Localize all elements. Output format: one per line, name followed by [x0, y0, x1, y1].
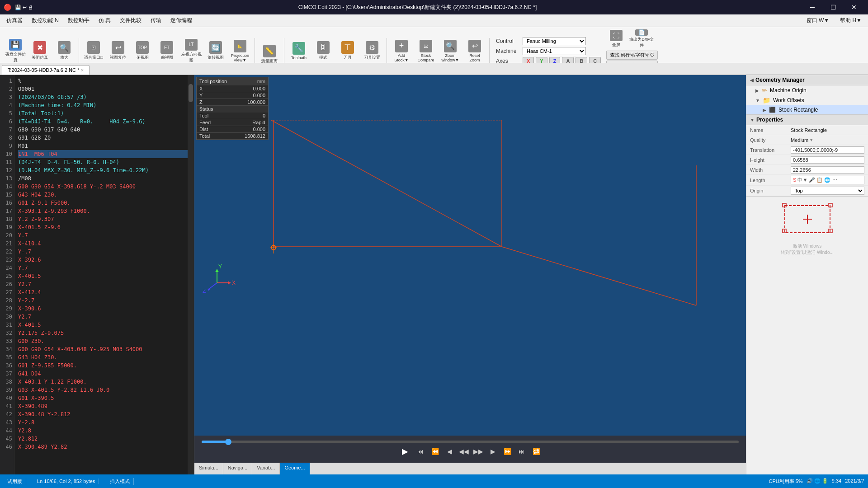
left-view-button[interactable]: LT 左视方向视图	[179, 38, 203, 64]
geometry-panel-title: Geometry Manager	[755, 77, 805, 83]
control-section: Control Fanuc Milling Machine Haas CM-1 …	[496, 37, 601, 63]
scroll-bar[interactable]	[188, 75, 194, 474]
top-view-button[interactable]: TOP 俯视图	[131, 38, 154, 64]
axis-z-button[interactable]: Z	[549, 57, 561, 63]
svg-line-0	[271, 120, 502, 247]
menu-nc-assistant[interactable]: 数控助手	[63, 15, 94, 26]
menu-window[interactable]: 窗口 W▼	[802, 15, 834, 26]
viewport[interactable]: X Y Z ▶ ⏮	[194, 75, 746, 463]
progress-container[interactable]	[202, 441, 739, 443]
app-icon: 🔴	[4, 4, 11, 11]
step-forward-slow-button[interactable]: ▶▶	[473, 446, 484, 457]
fullscreen-button[interactable]: ⛶ 全屏	[606, 29, 626, 49]
progress-thumb[interactable]	[225, 439, 231, 445]
line-number: 39	[2, 386, 12, 394]
export-dxf-button[interactable]: 📄 输出为DXF文件	[628, 29, 655, 49]
step-forward-button[interactable]: ▶	[487, 446, 498, 457]
file-tab[interactable]: T:2024-03-05-HDDJ-7a.6.2.NC * ×	[2, 65, 90, 75]
zoom-button[interactable]: 🔍 放大	[52, 38, 76, 64]
progress-bar[interactable]	[202, 441, 739, 443]
tool-panel-unit: mm	[257, 79, 265, 84]
prop-translation-value[interactable]: -401.5000;0.0000;-9	[791, 146, 864, 154]
mode-button[interactable]: 🎛 模式	[311, 38, 335, 64]
code-line: Y2.7	[18, 313, 190, 321]
tab-simula[interactable]: Simula...	[194, 463, 223, 474]
prop-width-label: Width	[750, 167, 791, 173]
menu-simulator[interactable]: 仿真器	[2, 15, 27, 26]
maximize-button[interactable]: ☐	[823, 0, 844, 14]
tree-item-machine-origin[interactable]: ▶ ✏ Machine Origin	[746, 85, 868, 95]
projection-button[interactable]: 📐 Projection View▼	[228, 38, 252, 64]
axis-b-button[interactable]: B	[576, 57, 587, 63]
line-numbers: 1234567891011121314151617181920212223242…	[0, 75, 14, 474]
disk-sim-button[interactable]: 💾 磁盘文件仿真	[4, 38, 27, 64]
expand-machine-origin: ▶	[755, 88, 759, 93]
code-line: Y.2 Z-9.307	[18, 215, 190, 223]
menu-simulation[interactable]: 仿 真	[94, 15, 115, 26]
skip-start-button[interactable]: ⏮	[415, 446, 426, 457]
axis-a-button[interactable]: A	[562, 57, 574, 63]
properties-panel-title: Properties	[756, 117, 783, 123]
main-layout: 1234567891011121314151617181920212223242…	[0, 75, 868, 474]
tree-item-stock-rectangle[interactable]: ▶ ⬛ Stock Rectangle	[746, 105, 868, 114]
axis-y-button[interactable]: Y	[536, 57, 547, 63]
measure-button[interactable]: 📏 测量距离	[258, 41, 281, 63]
machine-row: Machine Haas CM-1	[496, 47, 601, 55]
front-view-button[interactable]: FT 前视图	[155, 38, 179, 64]
menu-mini-program[interactable]: 迷你编程	[166, 15, 197, 26]
tool-button[interactable]: ⊤ 刀具	[336, 38, 359, 64]
menu-help[interactable]: 帮助 H▼	[835, 15, 866, 26]
line-number: 20	[2, 231, 12, 239]
prop-height-value[interactable]: 0.6588	[791, 156, 864, 164]
machine-select[interactable]: Haas CM-1	[523, 47, 586, 55]
tree-item-work-offsets[interactable]: ▼ 📁 Work Offsets	[746, 95, 868, 105]
step-back-fast-button[interactable]: ⏪	[429, 446, 440, 457]
view-reset-button[interactable]: ↩ 视图复位	[106, 38, 130, 64]
properties-collapse-arrow[interactable]: ▼	[750, 117, 755, 122]
play-button[interactable]: ▶	[399, 445, 411, 458]
fit-window-button[interactable]: ⊡ 适合窗口□	[82, 38, 105, 64]
tab-variab[interactable]: Variab...	[252, 463, 280, 474]
line-number: 13	[2, 174, 12, 183]
tab-close-button[interactable]: ×	[81, 68, 84, 73]
tab-naviga[interactable]: Naviga...	[223, 463, 252, 474]
axis-x-button[interactable]: X	[523, 57, 534, 63]
menu-file-compare[interactable]: 文件比较	[115, 15, 146, 26]
control-select[interactable]: Fanuc Milling	[523, 37, 586, 45]
status-tool-row: Tool 0	[197, 113, 268, 119]
step-back-button[interactable]: ◀	[444, 446, 455, 457]
prop-width-value[interactable]: 22.2656	[791, 166, 864, 174]
toolbar-row-tools: 🔧 Toolpath 🎛 模式 ⊤ 刀具 ⚙ 刀具设置	[287, 38, 384, 64]
menu-transfer[interactable]: 传输	[146, 15, 166, 26]
line-number: 1	[2, 77, 12, 85]
code-editor[interactable]: 1234567891011121314151617181920212223242…	[0, 75, 194, 474]
prop-origin-select[interactable]: Top Bottom Center	[791, 187, 864, 195]
close-sim-button[interactable]: ✖ 关闭仿真	[28, 38, 52, 64]
zoom-window-button[interactable]: 🔍 Zoom window▼	[439, 38, 462, 64]
skip-end-button[interactable]: ⏭	[516, 446, 527, 457]
loop-button[interactable]: 🔁	[531, 446, 542, 457]
close-button[interactable]: ✕	[844, 0, 864, 14]
prop-length-value[interactable]: S 中▼ 🎤 📋 🌐 ⋯	[791, 176, 864, 184]
minimize-button[interactable]: ─	[802, 0, 823, 14]
line-number: 42	[2, 410, 12, 418]
reset-zoom-button[interactable]: ↩ Reset Zoom	[463, 38, 486, 64]
goto-line-button[interactable]: 查找 到行号/字符号 G	[606, 51, 658, 60]
step-forward-fast-button[interactable]: ⏩	[502, 446, 513, 457]
toolpath-button[interactable]: 🔧 Toolpath	[287, 38, 311, 64]
geometry-collapse-arrow[interactable]: ◀	[750, 78, 754, 83]
axis-c-button[interactable]: C	[589, 57, 601, 63]
tab-geome[interactable]: Geome...	[280, 463, 310, 474]
add-stock-button[interactable]: + Add Stock▼	[390, 38, 413, 64]
tool-settings-button[interactable]: ⚙ 刀具设置	[360, 38, 384, 64]
menu-nc-functions[interactable]: 数控功能 N	[27, 15, 63, 26]
code-line: Y2.175 Z-9.075	[18, 329, 190, 337]
prop-length-row: Length S 中▼ 🎤 📋 🌐 ⋯	[746, 175, 868, 186]
status-feed-row: Feed Rapid	[197, 119, 268, 126]
step-back-slow-button[interactable]: ◀◀	[458, 446, 469, 457]
prop-quality-dropdown[interactable]: Medium ▼	[791, 137, 864, 143]
scroll-thumb[interactable]	[189, 84, 193, 102]
code-content[interactable]: %O0001(2024/03/06 08:57 /3)(Machine time…	[14, 75, 194, 474]
rotate-view-button[interactable]: 🔄 旋转视图	[204, 38, 227, 64]
stock-compare-button[interactable]: ⚖ Stock Compare	[414, 38, 438, 64]
